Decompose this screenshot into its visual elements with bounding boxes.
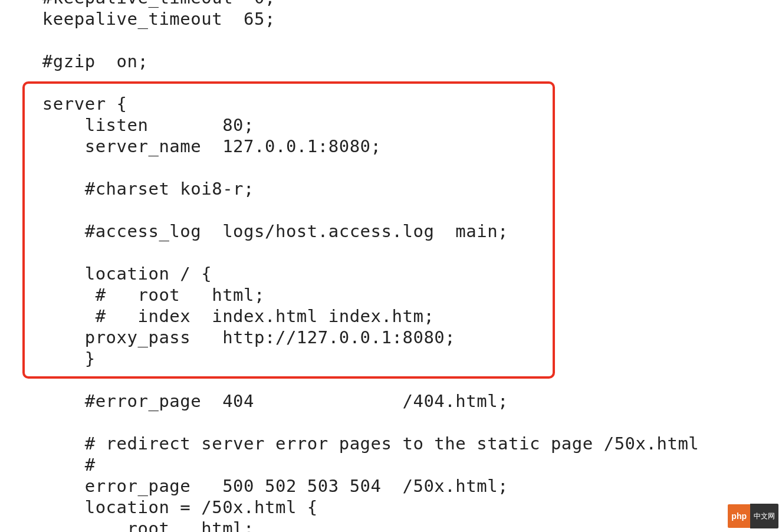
code-line: # [0,455,96,475]
watermark-text: 中文网 [750,504,778,528]
php-watermark: php 中文网 [728,504,778,528]
code-line: #keepalive_timeout 0; [0,0,275,8]
code-line: # redirect server error pages to the sta… [0,434,699,454]
code-line: #error_page 404 /404.html; [0,391,508,411]
code-line: location = /50x.html { [0,497,318,517]
server-block-highlight [22,81,555,379]
code-line: #gzip on; [0,51,148,71]
code-line: root html; [0,518,254,532]
code-line: error_page 500 502 503 504 /50x.html; [0,476,508,496]
code-line: keepalive_timeout 65; [0,9,275,29]
watermark-logo: php [728,504,750,528]
